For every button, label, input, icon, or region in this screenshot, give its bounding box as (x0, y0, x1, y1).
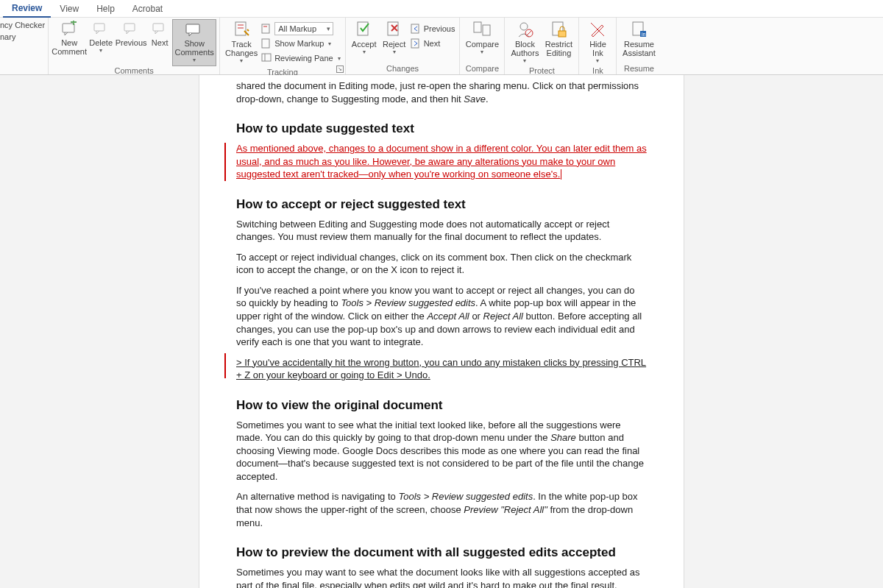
show-comments-icon (185, 21, 204, 38)
paragraph: Sometimes you want to see what the initi… (236, 419, 647, 483)
next-comment-icon (152, 21, 168, 37)
paragraph: Sometimes you may want to see what the d… (236, 566, 647, 588)
group-label-resume: Resume (620, 64, 658, 74)
tracking-launcher[interactable]: ↘ (336, 65, 344, 73)
restrict-editing-label: Restrict Editing (543, 40, 574, 57)
svg-rect-15 (358, 22, 368, 35)
resume-assistant-button[interactable]: in Resume Assistant (620, 19, 658, 59)
group-label-compare: Compare (463, 64, 501, 74)
delete-comment-icon (93, 21, 109, 37)
paragraph: If you've reached a point where you know… (236, 284, 647, 349)
group-changes: Accept ▾ Reject ▾ Previous Next Changes (346, 18, 461, 74)
new-comment-label: New Comment (52, 38, 87, 56)
document-page[interactable]: shared the document in Editing mode, jus… (199, 75, 684, 588)
previous-change-icon (411, 24, 421, 34)
next-change-button[interactable]: Next (411, 37, 455, 50)
svg-rect-25 (558, 31, 566, 37)
text: shared the document in Editing mode, jus… (236, 80, 639, 105)
paragraph-tracked: > If you've accidentally hit the wrong b… (236, 356, 647, 382)
text-cursor (561, 169, 561, 180)
compare-icon (472, 21, 492, 38)
markup-icon (261, 24, 272, 34)
next-comment-label: Next (152, 38, 169, 47)
svg-rect-10 (262, 24, 269, 33)
svg-rect-0 (63, 24, 74, 32)
show-comments-label: Show Comments (174, 39, 214, 57)
paragraph: shared the document in Editing mode, jus… (236, 79, 647, 105)
next-comment-button[interactable]: Next (147, 19, 172, 49)
reject-label: Reject (383, 40, 405, 49)
svg-line-23 (526, 30, 532, 36)
dictionary-partial[interactable]: nary (0, 31, 15, 43)
delete-comment-button[interactable]: Delete ▾ (87, 19, 115, 56)
chevron-down-icon: ▾ (363, 49, 366, 56)
track-changes-icon (233, 21, 250, 38)
track-changes-button[interactable]: Track Changes ▾ (223, 19, 260, 66)
markup-select[interactable]: All Markup (274, 22, 333, 35)
reject-icon (386, 21, 403, 38)
ribbon: ncy Checker nary New Comment Delete ▾ Pr… (0, 18, 883, 75)
chevron-down-icon: ▾ (393, 49, 396, 56)
reject-button[interactable]: Reject ▾ (380, 19, 409, 57)
group-proofing-partial: ncy Checker nary (0, 18, 49, 74)
tracked-insertion: As mentioned above, changes to a documen… (236, 143, 647, 180)
block-authors-label: Block Authors (509, 40, 540, 57)
heading-update: How to update suggested text (236, 121, 647, 136)
hide-ink-button[interactable]: Hide Ink ▾ (582, 19, 613, 66)
show-comments-button[interactable]: Show Comments ▾ (172, 19, 216, 66)
show-markup-button[interactable]: Show Markup ▾ (261, 37, 341, 50)
compare-button[interactable]: Compare ▾ (463, 19, 501, 57)
heading-view-original: How to view the original document (236, 398, 647, 413)
compare-label: Compare (466, 40, 499, 49)
previous-change-button[interactable]: Previous (411, 22, 455, 35)
tab-acrobat[interactable]: Acrobat (124, 1, 171, 17)
chevron-down-icon: ▾ (240, 58, 243, 65)
delete-comment-label: Delete (89, 38, 113, 47)
track-change-bar (224, 353, 226, 378)
track-change-bar (224, 143, 226, 181)
tab-review[interactable]: Review (3, 0, 51, 18)
restrict-editing-icon (550, 21, 567, 38)
heading-accept-reject: How to accept or reject suggested text (236, 197, 647, 212)
chevron-down-icon: ▾ (523, 58, 526, 65)
accept-icon (355, 21, 373, 38)
reviewing-pane-icon (261, 53, 272, 63)
new-comment-icon (60, 21, 78, 37)
svg-point-21 (520, 23, 528, 30)
accessibility-checker-partial[interactable]: ncy Checker (0, 19, 45, 31)
resume-assistant-icon: in (630, 21, 648, 38)
previous-comment-label: Previous (116, 38, 147, 47)
group-comments: New Comment Delete ▾ Previous Next Show … (49, 18, 220, 74)
previous-comment-button[interactable]: Previous (115, 19, 147, 49)
block-authors-button[interactable]: Block Authors ▾ (508, 19, 542, 66)
svg-rect-3 (94, 24, 104, 31)
restrict-editing-button[interactable]: Restrict Editing (542, 19, 575, 59)
accept-label: Accept (352, 40, 377, 49)
group-resume: in Resume Assistant Resume (617, 18, 661, 74)
new-comment-button[interactable]: New Comment (52, 19, 87, 57)
svg-rect-6 (186, 24, 199, 33)
chevron-down-icon: ▾ (338, 55, 341, 62)
markup-display-selector[interactable]: All Markup (261, 22, 341, 35)
hide-ink-label: Hide Ink (584, 40, 611, 57)
track-changes-label: Track Changes (224, 40, 258, 57)
tab-view[interactable]: View (51, 1, 88, 17)
previous-change-label: Previous (424, 24, 455, 33)
tab-help[interactable]: Help (88, 1, 124, 17)
group-protect: Block Authors ▾ Restrict Editing Protect (505, 18, 579, 74)
chevron-down-icon: ▾ (480, 49, 483, 56)
chevron-down-icon: ▾ (328, 40, 331, 47)
group-compare: Compare ▾ Compare (460, 18, 505, 74)
accept-button[interactable]: Accept ▾ (349, 19, 380, 57)
svg-rect-12 (262, 39, 269, 48)
paragraph: Switching between Editing and Suggesting… (236, 218, 647, 244)
next-change-icon (411, 38, 421, 49)
chevron-down-icon: ▾ (99, 48, 102, 54)
group-tracking: Track Changes ▾ All Markup Show Markup ▾… (220, 18, 346, 74)
chevron-down-icon: ▾ (193, 57, 196, 64)
reviewing-pane-label: Reviewing Pane (274, 54, 333, 63)
paragraph: An alternative method is navigating to T… (236, 490, 647, 529)
svg-text:in: in (642, 32, 646, 37)
document-area[interactable]: shared the document in Editing mode, jus… (0, 75, 883, 588)
reviewing-pane-button[interactable]: Reviewing Pane ▾ (261, 52, 341, 65)
